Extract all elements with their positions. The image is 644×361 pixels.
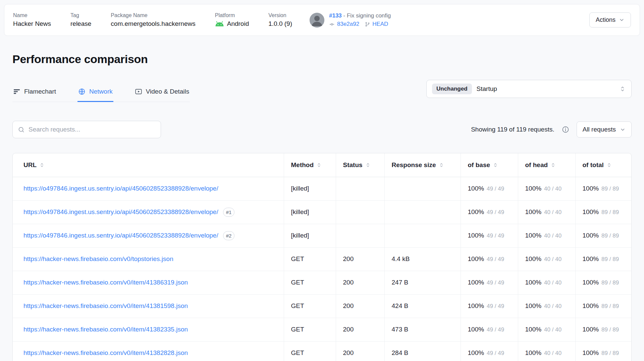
commit-link[interactable]: 83e2a92 xyxy=(337,21,359,28)
column-header-of-base[interactable]: of base xyxy=(461,153,518,177)
size-cell: 424 B xyxy=(384,294,461,318)
status-cell xyxy=(336,200,384,224)
of-base-pct: 100% xyxy=(468,208,484,215)
request-url-link[interactable]: https://hacker-news.firebaseio.com/v0/it… xyxy=(23,279,188,286)
size-cell: 284 B xyxy=(384,341,461,361)
tab-list: Flamechart Network Video & Details xyxy=(12,87,190,102)
search-box xyxy=(12,121,161,138)
column-header-of-total[interactable]: of total xyxy=(575,153,632,177)
request-url-link[interactable]: https://o497846.ingest.us.sentry.io/api/… xyxy=(23,232,218,239)
of-head-pct: 100% xyxy=(525,349,542,356)
of-head-cell: 100%40 / 40 xyxy=(518,200,575,224)
request-url-link[interactable]: https://hacker-news.firebaseio.com/v0/to… xyxy=(23,255,173,262)
actions-button[interactable]: Actions xyxy=(589,12,631,28)
of-head-frac: 40 / 40 xyxy=(544,279,561,286)
of-base-pct: 100% xyxy=(468,255,484,262)
of-base-frac: 49 / 49 xyxy=(487,303,504,309)
field-version: Version 1.0.0 (9) xyxy=(268,12,292,28)
field-package-name: Package Name com.emergetools.hackernews xyxy=(111,12,195,28)
of-base-pct: 100% xyxy=(468,349,484,356)
of-base-cell: 100%49 / 49 xyxy=(461,271,518,294)
of-total-frac: 89 / 89 xyxy=(601,186,619,192)
build-summary-bar: Name Hacker News Tag release Package Nam… xyxy=(4,4,640,36)
method-cell: GET xyxy=(284,271,336,294)
url-cell: https://o497846.ingest.us.sentry.io/api/… xyxy=(13,200,284,224)
column-header-method[interactable]: Method xyxy=(284,153,336,177)
field-label: Name xyxy=(13,12,51,18)
field-label: Package Name xyxy=(111,12,195,18)
tab-flamechart[interactable]: Flamechart xyxy=(12,87,57,102)
request-index-badge: #2 xyxy=(223,231,235,240)
chevron-updown-icon xyxy=(619,86,626,92)
sort-icon xyxy=(366,163,370,167)
of-total-cell: 100%89 / 89 xyxy=(575,224,632,247)
of-head-cell: 100%40 / 40 xyxy=(518,318,575,341)
comparison-select[interactable]: Unchanged Startup xyxy=(426,80,632,98)
url-cell: https://o497846.ingest.us.sentry.io/api/… xyxy=(13,224,284,247)
of-total-frac: 89 / 89 xyxy=(601,326,619,333)
of-head-frac: 40 / 40 xyxy=(544,233,561,239)
of-total-pct: 100% xyxy=(583,255,599,262)
build-fields: Name Hacker News Tag release Package Nam… xyxy=(13,12,292,28)
sort-icon xyxy=(317,163,321,167)
field-value: 1.0.0 (9) xyxy=(268,20,292,28)
request-url-link[interactable]: https://o497846.ingest.us.sentry.io/api/… xyxy=(23,185,218,192)
request-index-badge: #1 xyxy=(223,208,235,217)
of-base-pct: 100% xyxy=(468,185,484,192)
method-cell: GET xyxy=(284,341,336,361)
column-header-of-head[interactable]: of head xyxy=(518,153,575,177)
column-header-url[interactable]: URL xyxy=(13,153,284,177)
actions-label: Actions xyxy=(596,16,615,23)
url-cell: https://o497846.ingest.us.sentry.io/api/… xyxy=(13,177,284,200)
of-head-cell: 100%40 / 40 xyxy=(518,271,575,294)
branch-link[interactable]: HEAD xyxy=(372,21,388,28)
url-cell: https://hacker-news.firebaseio.com/v0/it… xyxy=(13,341,284,361)
size-cell: 247 B xyxy=(384,271,461,294)
of-total-cell: 100%89 / 89 xyxy=(575,318,632,341)
status-cell xyxy=(336,177,384,200)
request-url-link[interactable]: https://hacker-news.firebaseio.com/v0/it… xyxy=(23,326,188,333)
url-cell: https://hacker-news.firebaseio.com/v0/it… xyxy=(13,318,284,341)
requests-toolbar: Showing 119 of 119 requests. All request… xyxy=(12,121,632,138)
build-text: #133 - Fix signing config 83e2a92 HEAD xyxy=(329,12,391,28)
video-icon xyxy=(135,88,142,95)
of-base-cell: 100%49 / 49 xyxy=(461,200,518,224)
sort-icon xyxy=(493,163,498,167)
of-total-frac: 89 / 89 xyxy=(601,256,619,262)
android-icon xyxy=(215,21,224,27)
request-url-link[interactable]: https://hacker-news.firebaseio.com/v0/it… xyxy=(23,302,188,309)
column-header-response-size[interactable]: Response size xyxy=(384,153,461,177)
method-cell: [killed] xyxy=(284,200,336,224)
request-url-link[interactable]: https://hacker-news.firebaseio.com/v0/it… xyxy=(23,349,188,356)
info-icon[interactable] xyxy=(562,126,569,133)
status-cell: 200 xyxy=(336,318,384,341)
avatar xyxy=(310,13,324,28)
chevron-down-icon xyxy=(620,127,626,133)
field-value: Hacker News xyxy=(13,20,51,28)
tab-network[interactable]: Network xyxy=(77,87,113,102)
status-cell: 200 xyxy=(336,341,384,361)
of-base-cell: 100%49 / 49 xyxy=(461,224,518,247)
table-header-row: URL Method Status Response size of base … xyxy=(13,153,632,177)
comparison-status-badge: Unchanged xyxy=(432,84,472,94)
column-header-status[interactable]: Status xyxy=(336,153,384,177)
of-head-pct: 100% xyxy=(525,208,542,215)
table-row: https://hacker-news.firebaseio.com/v0/it… xyxy=(13,271,632,294)
of-base-pct: 100% xyxy=(468,232,484,239)
tab-video-details[interactable]: Video & Details xyxy=(134,87,190,102)
request-filter-button[interactable]: All requests xyxy=(577,121,632,138)
sort-icon xyxy=(551,163,555,167)
build-info: #133 - Fix signing config 83e2a92 HEAD xyxy=(310,12,391,28)
of-total-pct: 100% xyxy=(583,302,599,309)
column-label: of total xyxy=(583,161,604,169)
table-body: https://o497846.ingest.us.sentry.io/api/… xyxy=(13,177,632,361)
of-base-pct: 100% xyxy=(468,279,484,286)
request-url-link[interactable]: https://o497846.ingest.us.sentry.io/api/… xyxy=(23,208,218,215)
of-base-frac: 49 / 49 xyxy=(487,186,504,192)
search-input[interactable] xyxy=(29,126,156,133)
table-row: https://hacker-news.firebaseio.com/v0/it… xyxy=(13,294,632,318)
of-head-pct: 100% xyxy=(525,302,542,309)
field-label: Version xyxy=(268,12,292,18)
url-cell: https://hacker-news.firebaseio.com/v0/it… xyxy=(13,271,284,294)
build-number-link[interactable]: #133 xyxy=(329,12,342,19)
